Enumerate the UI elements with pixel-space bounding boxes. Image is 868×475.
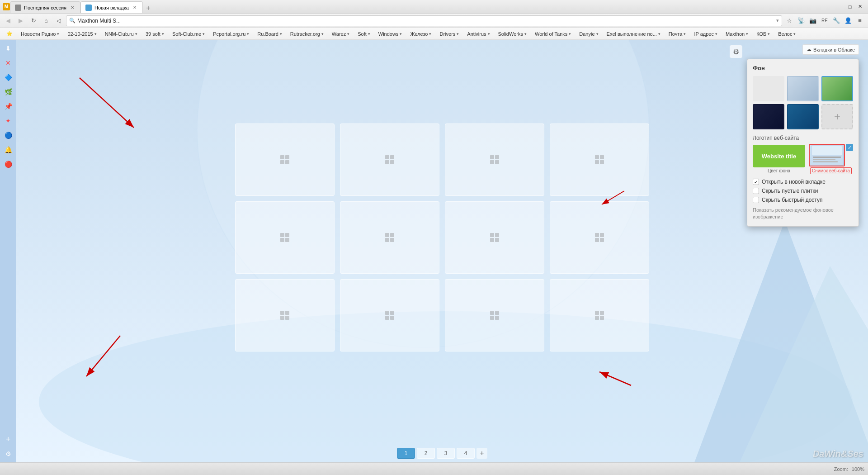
cloud-btn-label: Вкладки в Облаке [813,47,855,52]
sidebar-icon-6[interactable]: ✦ [1,114,15,128]
sd-tile-5[interactable] [235,201,335,274]
history-button[interactable]: ◁ [53,15,64,26]
bg-thumb-ice[interactable] [787,76,819,101]
page-btn-3[interactable]: 3 [437,448,455,459]
bookmark-softclub[interactable]: Soft-Club.me▾ [169,29,208,38]
sd-tile-icon-2 [385,155,394,164]
sd-tile-icon-3 [490,155,499,164]
checkbox-open-newtab[interactable]: ✓ [753,179,759,185]
bookmark-exel[interactable]: Exel выполнение по...▾ [603,29,664,38]
bookmark-nnm[interactable]: NNM-Club.ru▾ [101,29,141,38]
screenshot-label: Снимок веб-сайта [810,167,852,174]
bookmark-novosti[interactable]: Новости Радио▾ [17,29,63,38]
panel-title: Фон [753,65,853,71]
sidebar-download-icon[interactable]: ⬇ [1,42,15,55]
bookmark-warez[interactable]: Warez▾ [328,29,353,38]
retro-button[interactable]: RE [819,15,830,26]
sd-tile-8[interactable] [550,201,649,274]
bookmark-pochta[interactable]: Почта▾ [665,29,690,38]
bookmark-wot[interactable]: World of Tanks▾ [531,29,575,38]
bookmark-maxthon[interactable]: Maxthon▾ [722,29,752,38]
menu-button[interactable]: ≡ [854,15,865,26]
bg-thumb-nature[interactable] [821,76,853,101]
bookmark-antivirus[interactable]: Antivirus▾ [463,29,493,38]
bookmark-date[interactable]: 02-10-2015▾ [64,29,100,38]
forward-button[interactable]: ▶ [15,15,26,26]
bookmark-soft[interactable]: Soft▾ [354,29,374,38]
sd-tile-icon-8 [595,233,604,242]
sd-tile-9[interactable] [235,279,335,352]
tab-last-session[interactable]: Последняя сессия ✕ [10,1,80,13]
settings-panel: Фон + Логотип веб-сайта Website title Цв… [747,59,859,227]
tab-close-2[interactable]: ✕ [132,5,138,11]
sd-tile-11[interactable] [445,279,544,352]
sd-tile-3[interactable] [445,124,544,196]
bookmark-rutracker[interactable]: Rutracker.org▾ [287,29,327,38]
bookmark-ip[interactable]: IP адрес▾ [690,29,721,38]
sd-tile-icon-1 [280,155,289,164]
bookmark-39soft[interactable]: 39 soft▾ [142,29,168,38]
sidebar-icon-8[interactable]: 🔔 [1,143,15,157]
sd-tile-icon-9 [280,311,289,320]
tab-new-tab[interactable]: Новая вкладка ✕ [80,1,143,13]
logo-section-title: Логотип веб-сайта [753,135,853,141]
page-btn-4[interactable]: 4 [457,448,475,459]
tools-button[interactable]: 🔧 [831,15,842,26]
sd-tile-10[interactable] [340,279,439,352]
user-button[interactable]: 👤 [843,15,854,26]
checkbox-hide-empty[interactable] [753,188,759,194]
sidebar-icon-7[interactable]: 🔵 [1,128,15,142]
back-button[interactable]: ◀ [3,15,14,26]
bookmark-velos[interactable]: Велос▾ [774,29,799,38]
sd-tile-6[interactable] [340,201,439,274]
maximize-button[interactable]: □ [845,2,854,11]
sd-tile-icon-5 [280,233,289,242]
logo-preview-green[interactable]: Website title [753,145,805,167]
close-button[interactable]: ✕ [855,2,864,11]
screenshot-checkbox[interactable]: ✓ [846,144,853,151]
sd-tile-7[interactable] [445,201,544,274]
bookmark-windows[interactable]: Windows▾ [375,29,406,38]
sd-tile-1[interactable] [235,124,335,196]
bg-thumb-dark[interactable] [753,104,784,129]
page-btn-1[interactable]: 1 [397,448,415,459]
bookmark-solidworks[interactable]: SolidWorks▾ [495,29,530,38]
home-button[interactable]: ⌂ [41,15,52,26]
minimize-button[interactable]: ─ [835,2,844,11]
sidebar-add-icon[interactable]: + [1,432,15,446]
bookmark-ruboard[interactable]: Ru.Board▾ [254,29,285,38]
bg-thumb-add[interactable]: + [821,104,853,129]
window-controls: ─ □ ✕ [835,2,868,11]
cloud-bookmarks-button[interactable]: ☁ Вкладки в Облаке [802,44,859,55]
sd-tile-2[interactable] [340,124,439,196]
rss-button[interactable]: 📡 [796,15,807,26]
sd-tile-12[interactable] [550,279,649,352]
refresh-button[interactable]: ↻ [28,15,39,26]
camera-button[interactable]: 📷 [807,15,818,26]
sidebar-icon-2[interactable]: ✕ [1,56,15,70]
sidebar-settings-icon[interactable]: ⚙ [1,447,15,461]
bg-thumb-ocean[interactable] [787,104,819,129]
page-btn-2[interactable]: 2 [417,448,435,459]
bookmark-zhelezo[interactable]: Железо▾ [406,29,435,38]
checkbox-hide-quick[interactable] [753,197,759,203]
address-bar[interactable]: 🔍 Maxthon Multi S... ▾ [66,15,782,26]
tab-add-button[interactable]: + [143,3,154,13]
sidebar-icon-5[interactable]: 📌 [1,100,15,113]
bookmark-kob[interactable]: КОБ▾ [753,29,774,38]
bg-thumb-plain[interactable] [753,76,784,101]
sd-tile-4[interactable] [550,124,649,196]
bookmark-star[interactable]: ⭐ [3,29,16,38]
bookmark-button[interactable]: ☆ [784,15,795,26]
gear-button[interactable]: ⚙ [730,45,742,58]
page-add-button[interactable]: + [476,448,487,459]
logo-options: Website title Цвет фона [753,144,853,174]
bookmark-danyie[interactable]: Danyie▾ [576,29,602,38]
bookmark-drivers[interactable]: Drivers▾ [436,29,462,38]
logo-preview-screenshot[interactable] [809,144,845,166]
sidebar-icon-4[interactable]: 🌿 [1,85,15,99]
sidebar-icon-9[interactable]: 🔴 [1,157,15,171]
tab-close-1[interactable]: ✕ [69,5,75,11]
bookmark-pcportal[interactable]: Pcportal.org.ru▾ [209,29,253,38]
sidebar-icon-3[interactable]: 🔷 [1,71,15,84]
